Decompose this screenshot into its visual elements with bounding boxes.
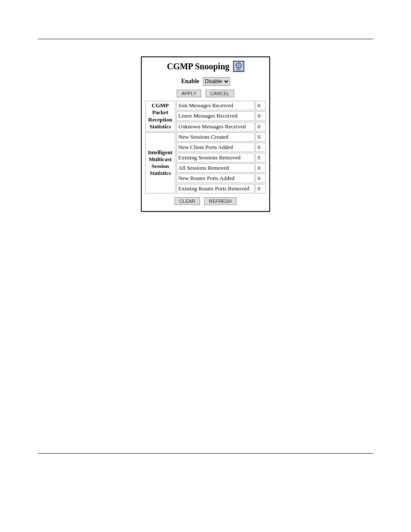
stat-value: 0: [255, 184, 266, 193]
panel-title: CGMP Snooping: [167, 62, 229, 71]
stat-label: Existing Sessions Removed: [176, 153, 255, 162]
section-header: IntelligentMulticastSessionStatistics: [145, 132, 175, 193]
table-row: IntelligentMulticastSessionStatistics Ne…: [145, 132, 266, 142]
stat-label: All Sessions Removed: [176, 163, 255, 173]
enable-label: Enable: [181, 78, 199, 84]
stat-value: 0: [255, 163, 266, 173]
help-icon[interactable]: ? Help: [233, 61, 244, 72]
stat-label: Existing Router Ports Removed: [176, 184, 255, 193]
svg-text:?: ?: [237, 64, 240, 68]
clear-refresh-row: CLEAR REFRESH: [144, 197, 267, 205]
stat-value: 0: [255, 174, 266, 183]
stat-value: 0: [255, 111, 266, 121]
stat-value: 0: [255, 153, 266, 162]
panel-title-row: CGMP Snooping ? Help: [144, 59, 267, 73]
stat-value: 0: [255, 143, 266, 152]
refresh-button[interactable]: REFRESH: [204, 197, 237, 205]
stat-value: 0: [255, 132, 266, 142]
clear-button[interactable]: CLEAR: [174, 197, 200, 205]
stat-label: New Client Ports Added: [176, 143, 255, 152]
apply-button[interactable]: APPLY: [177, 90, 201, 97]
stat-label: New Router Ports Added: [176, 174, 255, 183]
stat-label: Unknown Messages Received: [176, 122, 255, 131]
stat-label: Leave Messages Received: [176, 111, 255, 121]
footer-divider: [38, 453, 373, 454]
header-divider: [38, 39, 373, 39]
stat-label: Join Messages Received: [176, 101, 255, 110]
section-header: CGMPPacketReceptionStatistics: [145, 101, 175, 131]
enable-row: Enable Disable: [144, 77, 267, 86]
stat-value: 0: [255, 101, 266, 110]
cancel-button[interactable]: CANCEL: [206, 90, 234, 97]
apply-cancel-row: APPLY CANCEL: [144, 89, 267, 97]
stat-value: 0: [255, 122, 266, 131]
enable-select[interactable]: Disable: [203, 77, 230, 86]
stat-label: New Sessions Created: [176, 132, 255, 142]
table-row: CGMPPacketReceptionStatistics Join Messa…: [145, 101, 266, 110]
cgmp-snooping-panel: CGMP Snooping ? Help Enable Disable APPL…: [141, 56, 270, 212]
svg-text:Help: Help: [236, 68, 241, 71]
statistics-table: CGMPPacketReceptionStatistics Join Messa…: [144, 100, 267, 194]
